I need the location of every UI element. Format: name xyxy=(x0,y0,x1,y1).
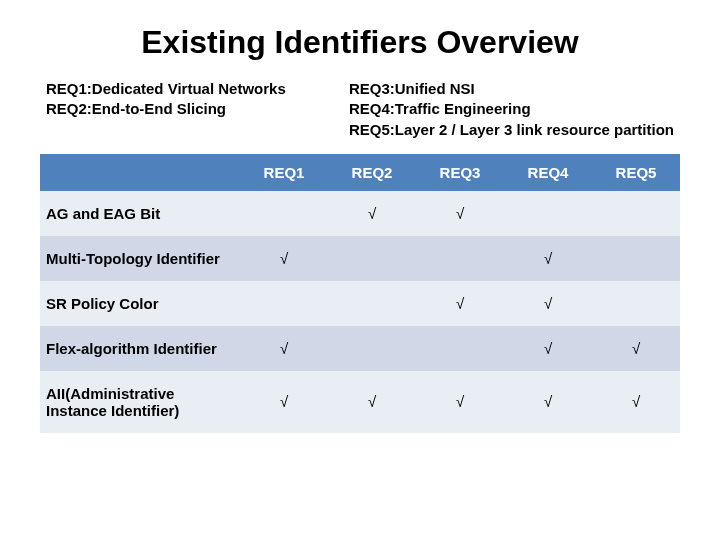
check-mark-icon: √ xyxy=(280,250,288,267)
table-row: Multi-Topology Identifier√√ xyxy=(40,236,680,281)
table-body: AG and EAG Bit√√Multi-Topology Identifie… xyxy=(40,191,680,433)
table-row: AII(Administrative Instance Identifier)√… xyxy=(40,371,680,433)
cell: √ xyxy=(592,371,680,433)
cell: √ xyxy=(240,326,328,371)
cell: √ xyxy=(504,236,592,281)
check-mark-icon: √ xyxy=(456,205,464,222)
cell: √ xyxy=(240,236,328,281)
cell xyxy=(592,281,680,326)
column-header-req1: REQ1 xyxy=(240,154,328,191)
check-mark-icon: √ xyxy=(632,340,640,357)
table-header-blank xyxy=(40,154,240,191)
legend-line: REQ3:Unified NSI xyxy=(349,79,674,99)
column-header-req2: REQ2 xyxy=(328,154,416,191)
column-header-req5: REQ5 xyxy=(592,154,680,191)
check-mark-icon: √ xyxy=(456,393,464,410)
check-mark-icon: √ xyxy=(544,393,552,410)
legend-line: REQ2:End-to-End Slicing xyxy=(46,99,286,119)
requirements-legend: REQ1:Dedicated Virtual Networks REQ2:End… xyxy=(46,79,674,140)
column-header-req3: REQ3 xyxy=(416,154,504,191)
cell: √ xyxy=(504,326,592,371)
check-mark-icon: √ xyxy=(280,340,288,357)
check-mark-icon: √ xyxy=(544,250,552,267)
cell: √ xyxy=(416,281,504,326)
cell xyxy=(240,281,328,326)
table-row: AG and EAG Bit√√ xyxy=(40,191,680,236)
row-label: Flex-algorithm Identifier xyxy=(40,326,240,371)
check-mark-icon: √ xyxy=(280,393,288,410)
cell xyxy=(592,236,680,281)
cell xyxy=(328,326,416,371)
cell: √ xyxy=(592,326,680,371)
slide: Existing Identifiers Overview REQ1:Dedic… xyxy=(0,0,720,540)
row-label: Multi-Topology Identifier xyxy=(40,236,240,281)
legend-line: REQ5:Layer 2 / Layer 3 link resource par… xyxy=(349,120,674,140)
cell xyxy=(504,191,592,236)
cell: √ xyxy=(416,191,504,236)
cell: √ xyxy=(328,191,416,236)
cell: √ xyxy=(240,371,328,433)
table-header-row: REQ1 REQ2 REQ3 REQ4 REQ5 xyxy=(40,154,680,191)
check-mark-icon: √ xyxy=(368,393,376,410)
cell xyxy=(416,236,504,281)
cell: √ xyxy=(416,371,504,433)
row-label: AG and EAG Bit xyxy=(40,191,240,236)
legend-line: REQ4:Traffic Engineering xyxy=(349,99,674,119)
cell xyxy=(416,326,504,371)
table-row: Flex-algorithm Identifier√√√ xyxy=(40,326,680,371)
page-title: Existing Identifiers Overview xyxy=(40,24,680,61)
check-mark-icon: √ xyxy=(368,205,376,222)
cell: √ xyxy=(504,371,592,433)
check-mark-icon: √ xyxy=(632,393,640,410)
row-label: AII(Administrative Instance Identifier) xyxy=(40,371,240,433)
check-mark-icon: √ xyxy=(544,340,552,357)
legend-line: REQ1:Dedicated Virtual Networks xyxy=(46,79,286,99)
identifiers-table: REQ1 REQ2 REQ3 REQ4 REQ5 AG and EAG Bit√… xyxy=(40,154,680,433)
cell xyxy=(592,191,680,236)
cell xyxy=(328,236,416,281)
check-mark-icon: √ xyxy=(544,295,552,312)
table-row: SR Policy Color√√ xyxy=(40,281,680,326)
cell: √ xyxy=(328,371,416,433)
cell: √ xyxy=(504,281,592,326)
column-header-req4: REQ4 xyxy=(504,154,592,191)
legend-right: REQ3:Unified NSI REQ4:Traffic Engineerin… xyxy=(349,79,674,140)
cell xyxy=(328,281,416,326)
cell xyxy=(240,191,328,236)
row-label: SR Policy Color xyxy=(40,281,240,326)
check-mark-icon: √ xyxy=(456,295,464,312)
legend-left: REQ1:Dedicated Virtual Networks REQ2:End… xyxy=(46,79,286,140)
